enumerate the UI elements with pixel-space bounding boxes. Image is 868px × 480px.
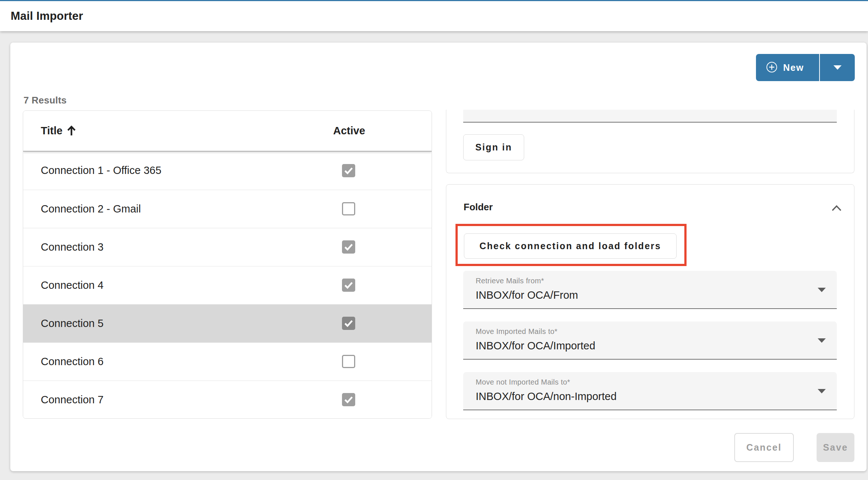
field-value: INBOX/for OCA/Imported (476, 340, 595, 352)
check-icon (343, 394, 354, 405)
connection-title: Connection 1 - Office 365 (41, 164, 161, 177)
caret-down-icon (833, 65, 842, 70)
active-checkbox[interactable] (342, 164, 355, 177)
check-connection-button[interactable]: Check connection and load folders (464, 233, 677, 259)
dropdown-arrow-icon (818, 338, 826, 343)
active-checkbox[interactable] (342, 317, 355, 330)
main-card: New 7 Results Title Active Connection 1 … (10, 43, 867, 471)
dropdown-arrow-icon (818, 389, 826, 393)
column-header-active: Active (333, 125, 364, 137)
field-label: Move Imported Mails to* (476, 327, 558, 336)
connection-title: Connection 4 (41, 279, 104, 291)
column-header-title-label: Title (41, 125, 62, 137)
field-label: Retrieve Mails from* (476, 277, 544, 285)
chevron-up-icon (831, 205, 842, 211)
clipped-text-field[interactable] (463, 110, 837, 123)
cancel-button[interactable]: Cancel (734, 433, 794, 462)
folder-section-card: Folder Check connection and load folders… (446, 184, 854, 419)
new-button-label: New (783, 62, 804, 73)
active-checkbox[interactable] (342, 240, 355, 254)
table-row[interactable]: Connection 5 (23, 304, 432, 342)
top-accent-line (0, 0, 868, 1)
app-header: Mail Importer (0, 1, 868, 31)
sign-in-button[interactable]: Sign in (463, 134, 524, 160)
connections-table: Title Active Connection 1 - Office 365 C… (23, 110, 432, 419)
folder-select-field[interactable]: Retrieve Mails from* INBOX/for OCA/From (463, 271, 837, 309)
check-icon (343, 241, 354, 252)
connection-title: Connection 6 (41, 356, 104, 368)
add-circle-icon (766, 62, 777, 74)
table-header: Title Active (23, 111, 432, 152)
active-checkbox[interactable] (342, 393, 355, 406)
active-checkbox[interactable] (342, 202, 355, 215)
table-row[interactable]: Connection 1 - Office 365 (23, 152, 432, 190)
collapse-section-button[interactable] (830, 202, 843, 214)
table-row[interactable]: Connection 2 - Gmail (23, 190, 432, 228)
table-body: Connection 1 - Office 365 Connection 2 -… (23, 152, 432, 419)
table-row[interactable]: Connection 7 (23, 381, 432, 419)
connection-title: Connection 2 - Gmail (41, 203, 141, 215)
field-value: INBOX/for OCA/From (476, 289, 578, 301)
sort-ascending-icon (67, 126, 76, 136)
page-title: Mail Importer (11, 10, 83, 23)
new-button[interactable]: New (756, 54, 819, 81)
connection-title: Connection 3 (41, 241, 104, 253)
active-checkbox[interactable] (342, 355, 355, 368)
connection-title: Connection 7 (41, 394, 104, 406)
folder-fields: Retrieve Mails from* INBOX/for OCA/From … (463, 271, 837, 410)
dropdown-arrow-icon (818, 288, 826, 292)
active-checkbox[interactable] (342, 279, 355, 292)
connection-title: Connection 5 (41, 317, 104, 330)
field-label: Move not Imported Mails to* (476, 378, 570, 386)
table-row[interactable]: Connection 6 (23, 342, 432, 381)
new-dropdown-button[interactable] (820, 54, 855, 81)
table-row[interactable]: Connection 3 (23, 228, 432, 266)
table-row[interactable]: Connection 4 (23, 266, 432, 304)
column-header-title[interactable]: Title (41, 125, 76, 137)
save-button[interactable]: Save (817, 433, 854, 462)
connection-detail-card: Sign in (446, 110, 854, 173)
annotation-highlight-box: Check connection and load folders (455, 224, 687, 266)
check-icon (343, 318, 354, 329)
folder-heading: Folder (464, 201, 493, 213)
field-value: INBOX/for OCA/non-Imported (476, 390, 617, 403)
results-count: 7 Results (24, 95, 66, 106)
check-icon (343, 165, 354, 176)
new-split-button: New (756, 54, 855, 81)
folder-select-field[interactable]: Move Imported Mails to* INBOX/for OCA/Im… (463, 321, 837, 360)
folder-select-field[interactable]: Move not Imported Mails to* INBOX/for OC… (463, 372, 837, 410)
check-icon (343, 280, 354, 291)
